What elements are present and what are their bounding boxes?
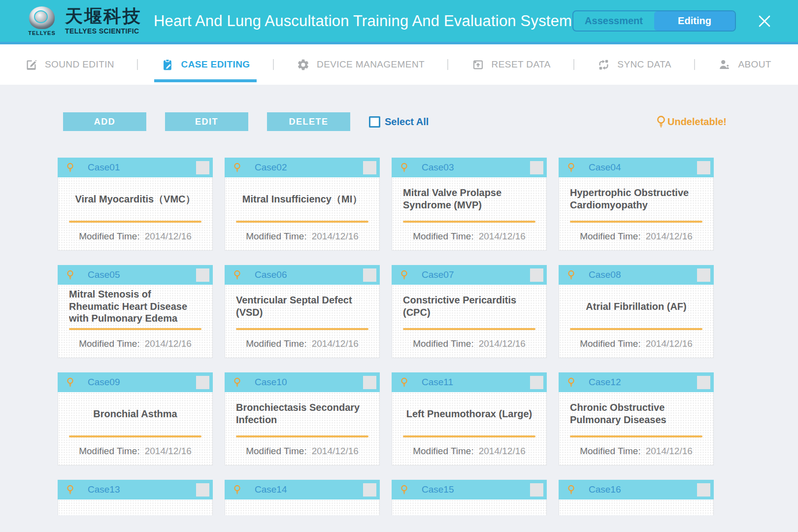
modified-time-value: 2014/12/16	[312, 446, 359, 457]
reset-data-icon	[471, 58, 485, 71]
assessment-tab[interactable]: Assessment	[573, 11, 654, 31]
lightbulb-icon	[567, 377, 575, 388]
case-card-header: Case01	[58, 158, 213, 177]
case-card-body: Hypertrophic Obstructive Cardiomyopathy …	[559, 177, 714, 251]
case-id-label: Case10	[255, 377, 287, 388]
case-select-checkbox[interactable]	[196, 161, 209, 174]
case-card: Case06 Ventricular Septal Defect (VSD) M…	[225, 265, 380, 358]
nav-item-sync-data[interactable]: SYNC DATA	[595, 44, 673, 85]
modified-time-row: Modified Time: 2014/12/16	[570, 223, 702, 250]
case-card-body: Mitral Valve Prolapse Syndrome (MVP) Mod…	[392, 177, 547, 251]
lightbulb-icon	[66, 377, 74, 388]
nav-item-device-management[interactable]: DEVICE MANAGEMENT	[295, 44, 427, 85]
cards-viewport: Case01 Viral Myocarditis（VMC） Modified T…	[58, 158, 798, 515]
case-id-label: Case02	[255, 162, 287, 173]
modified-time-row: Modified Time: 2014/12/16	[236, 223, 368, 250]
case-select-checkbox[interactable]	[363, 161, 376, 174]
case-title: Chronic Obstructive Pulmonary Diseases	[570, 401, 702, 426]
case-title-area: Ventricular Septal Defect (VSD)	[236, 285, 368, 328]
case-card-header: Case09	[58, 372, 213, 392]
case-select-checkbox[interactable]	[530, 376, 543, 389]
case-title: Ventricular Septal Defect (VSD)	[236, 294, 368, 319]
case-card-header: Case15	[392, 480, 547, 499]
case-title-area: Bronchiectasis Secondary Infection	[236, 392, 368, 435]
editing-tab[interactable]: Editing	[654, 11, 735, 31]
case-card-body: Viral Myocarditis（VMC） Modified Time: 20…	[58, 177, 213, 251]
case-select-checkbox[interactable]	[196, 268, 209, 282]
clipboard-edit-icon	[161, 58, 174, 71]
lightbulb-icon	[233, 162, 241, 173]
lightbulb-icon	[656, 115, 666, 129]
modified-time-label: Modified Time:	[246, 338, 307, 349]
modified-time-row: Modified Time: 2014/12/16	[236, 330, 368, 358]
case-card-body	[559, 499, 714, 515]
modified-time-label: Modified Time:	[79, 231, 140, 242]
cards-grid: Case01 Viral Myocarditis（VMC） Modified T…	[58, 158, 798, 515]
nav-item-reset-data[interactable]: RESET DATA	[469, 44, 553, 85]
case-title: Bronchial Asthma	[93, 408, 177, 420]
case-select-checkbox[interactable]	[363, 268, 376, 282]
nav-item-sound-editing[interactable]: SOUND EDITIN	[23, 44, 116, 85]
case-card: Case10 Bronchiectasis Secondary Infectio…	[225, 372, 380, 466]
case-card-header: Case04	[559, 158, 714, 177]
case-select-checkbox[interactable]	[530, 483, 543, 497]
case-title-area: Atrial Fibrillation (AF)	[570, 285, 702, 328]
case-card-body: Bronchial Asthma Modified Time: 2014/12/…	[58, 392, 213, 466]
nav-item-case-editing[interactable]: CASE EDITING	[159, 44, 252, 85]
case-title: Bronchiectasis Secondary Infection	[236, 401, 368, 426]
modified-time-row: Modified Time: 2014/12/16	[403, 330, 535, 358]
case-card-header: Case11	[392, 372, 547, 392]
case-card-body: Atrial Fibrillation (AF) Modified Time: …	[559, 285, 714, 358]
case-select-checkbox[interactable]	[697, 161, 710, 174]
case-select-checkbox[interactable]	[363, 483, 376, 497]
case-select-checkbox[interactable]	[697, 376, 710, 389]
select-all-checkbox[interactable]	[369, 116, 380, 128]
select-all-label: Select All	[385, 116, 429, 128]
case-title-area: Hypertrophic Obstructive Cardiomyopathy	[570, 177, 702, 221]
close-button[interactable]	[755, 11, 774, 31]
case-select-checkbox[interactable]	[530, 268, 543, 282]
nav-separator	[137, 59, 138, 70]
case-id-label: Case11	[422, 377, 453, 388]
app-title: Heart And Lung Auscultation Training And…	[154, 12, 572, 30]
case-card: Case13	[58, 480, 213, 515]
case-select-checkbox[interactable]	[697, 268, 710, 282]
toolbar: ADD EDIT DELETE Select All Undeletable!	[0, 85, 798, 131]
case-card-header: Case06	[225, 265, 380, 285]
modified-time-value: 2014/12/16	[479, 338, 526, 349]
edit-button[interactable]: EDIT	[165, 112, 248, 131]
case-id-label: Case13	[88, 484, 120, 495]
lightbulb-icon	[567, 484, 575, 496]
modified-time-value: 2014/12/16	[145, 231, 192, 242]
tellyes-globe-icon: TELLYES	[26, 6, 58, 36]
modified-time-value: 2014/12/16	[312, 338, 359, 349]
case-card: Case14	[225, 480, 380, 515]
nav-item-about[interactable]: ABOUT	[716, 44, 773, 85]
case-select-checkbox[interactable]	[697, 483, 710, 497]
nav-separator	[273, 59, 274, 70]
globe-icon	[29, 6, 55, 29]
case-title-area: Constrictive Pericarditis (CPC)	[403, 285, 535, 328]
main-nav: SOUND EDITIN CASE EDITING DEVICE MANAGEM…	[0, 44, 798, 85]
modified-time-value: 2014/12/16	[646, 338, 693, 349]
case-select-checkbox[interactable]	[196, 483, 209, 497]
case-card-header: Case03	[392, 158, 547, 177]
case-card-body: Ventricular Septal Defect (VSD) Modified…	[225, 285, 380, 358]
add-button[interactable]: ADD	[63, 112, 146, 131]
case-select-checkbox[interactable]	[530, 161, 543, 174]
case-select-checkbox[interactable]	[196, 376, 209, 389]
lightbulb-icon	[66, 484, 74, 496]
select-all-control[interactable]: Select All	[369, 116, 429, 128]
case-card-header: Case14	[225, 480, 380, 499]
modified-time-label: Modified Time:	[79, 338, 140, 349]
delete-button[interactable]: DELETE	[267, 112, 350, 131]
nav-label: SYNC DATA	[617, 59, 671, 70]
case-card-body: Mitral Insufficiency（MI） Modified Time: …	[225, 177, 380, 251]
modified-time-value: 2014/12/16	[312, 231, 359, 242]
case-title-area	[69, 499, 201, 515]
case-select-checkbox[interactable]	[363, 376, 376, 389]
modified-time-label: Modified Time:	[79, 446, 140, 457]
case-card-header: Case13	[58, 480, 213, 499]
lightbulb-icon	[66, 269, 74, 281]
case-card: Case12 Chronic Obstructive Pulmonary Dis…	[559, 372, 714, 466]
